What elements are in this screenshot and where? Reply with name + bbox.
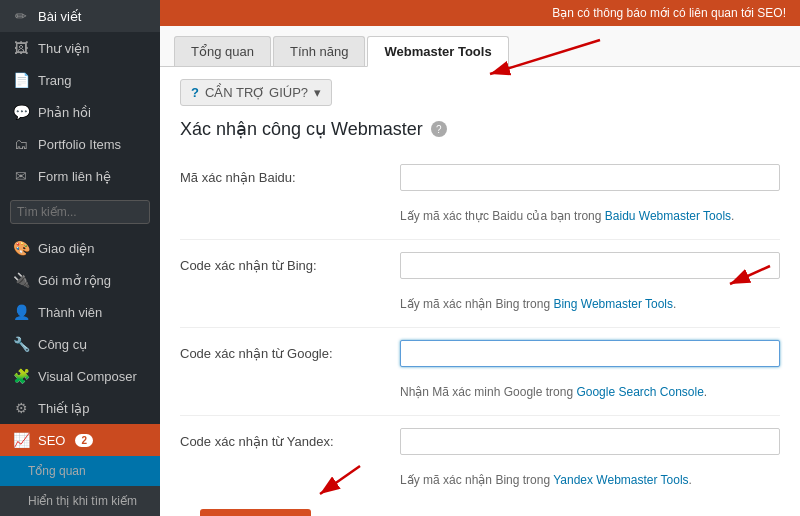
- user-icon: 👤: [12, 304, 30, 320]
- theme-icon: 🎨: [12, 240, 30, 256]
- seo-badge: 2: [75, 434, 93, 447]
- sidebar-item-phan-hoi[interactable]: 💬 Phản hồi: [0, 96, 160, 128]
- sidebar-item-goi-mo-rong[interactable]: 🔌 Gói mở rộng: [0, 264, 160, 296]
- sidebar-item-seo[interactable]: 📈 SEO 2: [0, 424, 160, 456]
- google-input[interactable]: [400, 340, 780, 367]
- baidu-input[interactable]: [400, 164, 780, 191]
- sidebar-item-thu-vien[interactable]: 🖼 Thư viện: [0, 32, 160, 64]
- bing-link[interactable]: Bing Webmaster Tools: [553, 297, 673, 311]
- yandex-label: Code xác nhận từ Yandex:: [180, 434, 400, 449]
- bing-label: Code xác nhận từ Bing:: [180, 258, 400, 273]
- bing-help: Lấy mã xác nhận Bing trong Bing Webmaste…: [180, 293, 780, 323]
- yandex-link[interactable]: Yandex Webmaster Tools: [553, 473, 688, 487]
- settings-icon: ⚙: [12, 400, 30, 416]
- notification-text: Bạn có thông báo mới có liên quan tới SE…: [552, 6, 786, 20]
- sidebar-item-form-lien-he[interactable]: ✉ Form liên hệ: [0, 160, 160, 192]
- sidebar-search-input[interactable]: [10, 200, 150, 224]
- tabs-bar: Tổng quan Tính năng Webmaster Tools: [160, 26, 800, 67]
- sidebar: ✏ Bài viết 🖼 Thư viện 📄 Trang 💬 Phản hồi…: [0, 0, 160, 516]
- google-label: Code xác nhận từ Google:: [180, 346, 400, 361]
- sidebar-item-portfolio[interactable]: 🗂 Portfolio Items: [0, 128, 160, 160]
- sidebar-item-thiet-lap[interactable]: ⚙ Thiết lập: [0, 392, 160, 424]
- section-help-icon[interactable]: ?: [431, 121, 447, 137]
- google-link[interactable]: Google Search Console: [576, 385, 703, 399]
- sidebar-item-cong-cu[interactable]: 🔧 Công cụ: [0, 328, 160, 360]
- yandex-input[interactable]: [400, 428, 780, 455]
- save-button[interactable]: Lưu thay đổi: [200, 509, 311, 516]
- seo-icon: 📈: [12, 432, 30, 448]
- sidebar-item-giao-dien[interactable]: 🎨 Giao diện: [0, 232, 160, 264]
- help-button[interactable]: ? CẦN TRỢ GIÚP? ▾: [180, 79, 332, 106]
- baidu-link[interactable]: Baidu Webmaster Tools: [605, 209, 731, 223]
- google-row: Code xác nhận từ Google:: [180, 332, 780, 375]
- sidebar-item-hien-thi[interactable]: Hiển thị khi tìm kiếm: [0, 486, 160, 516]
- sidebar-item-bai-viet[interactable]: ✏ Bài viết: [0, 0, 160, 32]
- yandex-row: Code xác nhận từ Yandex:: [180, 420, 780, 463]
- tab-tinh-nang[interactable]: Tính năng: [273, 36, 366, 66]
- page-icon: 📄: [12, 72, 30, 88]
- baidu-help: Lấy mã xác thực Baidu của bạn trong Baid…: [180, 205, 780, 235]
- form-area: Mã xác nhận Baidu: Lấy mã xác thực Baidu…: [160, 156, 800, 516]
- edit-icon: ✏: [12, 8, 30, 24]
- content-area: Tổng quan Tính năng Webmaster Tools ? CẦ…: [160, 26, 800, 516]
- notification-banner: Bạn có thông báo mới có liên quan tới SE…: [160, 0, 800, 26]
- comment-icon: 💬: [12, 104, 30, 120]
- tab-tong-quan[interactable]: Tổng quan: [174, 36, 271, 66]
- tab-webmaster-tools[interactable]: Webmaster Tools: [367, 36, 508, 67]
- baidu-label: Mã xác nhận Baidu:: [180, 170, 400, 185]
- plugin-icon: 🔌: [12, 272, 30, 288]
- content-wrapper: Tổng quan Tính năng Webmaster Tools ? CẦ…: [160, 26, 800, 516]
- chevron-down-icon: ▾: [314, 85, 321, 100]
- main-area: Bạn có thông báo mới có liên quan tới SE…: [160, 0, 800, 516]
- section-title: Xác nhận công cụ Webmaster ?: [160, 114, 800, 156]
- mail-icon: ✉: [12, 168, 30, 184]
- portfolio-icon: 🗂: [12, 136, 30, 152]
- tools-icon: 🔧: [12, 336, 30, 352]
- bing-input[interactable]: [400, 252, 780, 279]
- bing-row: Code xác nhận từ Bing:: [180, 244, 780, 287]
- library-icon: 🖼: [12, 40, 30, 56]
- sidebar-item-trang[interactable]: 📄 Trang: [0, 64, 160, 96]
- baidu-row: Mã xác nhận Baidu:: [180, 156, 780, 199]
- question-icon: ?: [191, 85, 199, 100]
- sidebar-item-visual-composer[interactable]: 🧩 Visual Composer: [0, 360, 160, 392]
- sidebar-sub-menu: Tổng quan Hiển thị khi tìm kiếm: [0, 456, 160, 516]
- help-row: ? CẦN TRỢ GIÚP? ▾: [160, 67, 800, 114]
- sidebar-item-tong-quan[interactable]: Tổng quan: [0, 456, 160, 486]
- google-help: Nhận Mã xác minh Google trong Google Sea…: [180, 381, 780, 411]
- composer-icon: 🧩: [12, 368, 30, 384]
- sidebar-search-area: [0, 192, 160, 232]
- sidebar-item-thanh-vien[interactable]: 👤 Thành viên: [0, 296, 160, 328]
- help-button-label: CẦN TRỢ GIÚP?: [205, 85, 308, 100]
- yandex-help: Lấy mã xác nhận Bing trong Yandex Webmas…: [180, 469, 780, 499]
